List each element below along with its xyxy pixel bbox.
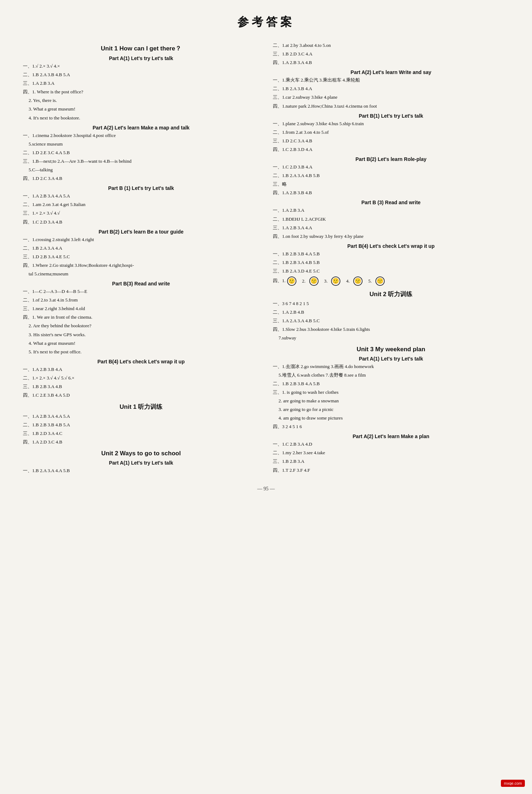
answer-line: 二、1.B 2.A 3.A 4.A [21, 244, 261, 252]
answer-line: 二、1.B 2.A 3.B 4.A [271, 85, 511, 93]
answer-line: 三、1.B—next;to 2.A—Are 3.B—want to 4.B—is… [21, 157, 261, 165]
part-title: Part B(2) Let's learn Be a tour guide [21, 229, 261, 235]
answer-line: 四、1.T 2.F 3.F 4.F [271, 466, 511, 474]
answer-line: 一、1.C 2.B 3.A 4.D [271, 440, 511, 448]
answer-line: 二、1.at 2.by 3.about 4.to 5.on [271, 41, 511, 49]
answer-line: 一、1.A 2.B 3.A 4.A 5.A [21, 412, 261, 420]
answer-line: 四、1.Slow 2.bus 3.bookstore 4.bike 5.trai… [271, 325, 511, 333]
answer-line: 四、1. Where is the post office? [21, 88, 261, 96]
part-title: Part A(1) Let's try Let's talk [271, 356, 511, 362]
part-title: Part B (3) Read and write [271, 200, 511, 205]
answer-line: 三、1.car 2.subway 3.bike 4.plane [271, 93, 511, 101]
answer-line: 三、1.B 2.B 3.A 4.B [21, 383, 261, 391]
answer-line: 二、1.B 2.A 3.B 4.B 5.A [21, 71, 261, 79]
answer-line: 二、1.B 2.B 3.A 4.B 5.B [271, 259, 511, 266]
answer-line: 四、1.Where 2.Go straight 3.How;Bookstore … [21, 261, 261, 269]
answer-line: 二、1.B 2.A 3.A 4.B 5.B [271, 172, 511, 180]
answer-line: 4. am going to draw some pictures [271, 414, 511, 422]
unit-title: Unit 3 My weekend plan [271, 346, 511, 353]
answer-line: 四、1. We are in front of the cinema. [21, 313, 261, 321]
emoji-face-2: 🙁 [309, 276, 319, 286]
answer-line: 四、1.nature park 2.How;China 3.taxi 4.cin… [271, 102, 511, 110]
page-number: — 95 — [21, 486, 511, 492]
answer-line: 三、1. is going to wash her clothes [271, 388, 511, 396]
answer-line: 四、1.A 2.B 3.A 4.B [271, 59, 511, 67]
answer-line: 三、1.B 2.D 3.C 4.A [271, 50, 511, 58]
answer-line: 三、1.B 2.A 3.D 4.E 5.C [271, 267, 511, 275]
answer-line: 5.堆雪人 6.wash clothes 7.去野餐 8.see a film [271, 371, 511, 379]
answer-line: 四、1.A 2.B 3.B 4.B [271, 189, 511, 197]
part-title: Part A(2) Let's learn Make a plan [271, 433, 511, 439]
answer-line: 2. Are they behind the bookstore? [21, 322, 261, 330]
answer-line: 三、1.B 2.D 3.A 4.C [21, 430, 261, 437]
answer-line: 一、1.A 2.B 3.A [271, 206, 511, 214]
answer-line: 二、1.from 2.at 3.on 4.to 5.of [271, 128, 511, 136]
answer-line: 二、1.of 2.to 3.at 4.in 5.from [21, 296, 261, 304]
answer-line: 二、1.BDEHJ L 2.ACFGIK [271, 215, 511, 223]
answer-line: 一、1.C 2.D 3.B 4.A [271, 163, 511, 171]
answer-line: 一、1.plane 2.subway 3.bike 4.bus 5.ship 6… [271, 120, 511, 128]
answer-line: 四、1.A 2.D 3.C 4.B [21, 438, 261, 446]
part-title: Part B(3) Read and write [21, 281, 261, 286]
answer-line: 2. are going to make a snowman [271, 397, 511, 405]
part-title: Part A(2) Let's learn Write and say [271, 69, 511, 75]
answer-line: 一、3 6 7 4 8 2 1 5 [271, 300, 511, 308]
answer-line: 5.C—talking [21, 166, 261, 174]
answer-line: 三、1.near 2.right 3.behind 4.old [21, 305, 261, 313]
answer-line: 三、1.D 2.C 3.A 4.B [271, 137, 511, 145]
unit-title: Unit 2 Ways to go to school [21, 450, 261, 457]
answer-line: 四、1.C 2.B 3.D 4.A [271, 146, 511, 153]
answer-line: 四、3 2 4 5 1 6 [271, 423, 511, 431]
answer-line: 二、1.A 2.B 4.B [271, 308, 511, 316]
answer-line: 一、1.乘火车 2.乘公汽 3.乘出租车 4.乘轮船 [271, 76, 511, 84]
answer-line: 一、1.B 2.A 3.A 4.A 5.B [21, 467, 261, 475]
part-title: Part B(1) Let's try Let's talk [271, 113, 511, 119]
answer-line: 4. What a great museum! [21, 339, 261, 347]
part-title: Part A(1) Let's try Let's talk [21, 55, 261, 61]
answer-line: 四、1.on foot 2.by subway 3.by ferry 4.by … [271, 232, 511, 240]
emoji-face-1: 🙂 [287, 276, 296, 286]
answer-line: 三、1.B 2.B 3.A [271, 457, 511, 465]
answer-line: 4. It's next to the bookstore. [21, 114, 261, 122]
answer-line: 一、1.A 2.B 3.B 4.A [21, 366, 261, 373]
answer-line: 二、1.× 2.× 3.√ 4.√ 5.√ 6.× [21, 374, 261, 382]
part-title: Part A(1) Let's try Let's talk [21, 460, 261, 466]
answer-line: 二、1.B 2.B 3.B 4.B 5.A [21, 421, 261, 429]
right-column: 二、1.at 2.by 3.about 4.to 5.on三、1.B 2.D 3… [271, 41, 511, 475]
answer-line: 3. What a great museum! [21, 105, 261, 113]
answer-line: 一、1.√ 2.× 3.√ 4.× [21, 62, 261, 70]
answer-line: 7.subway [271, 334, 511, 342]
answer-line: 三、1.D 2.B 3.A 4.E 5.C [21, 253, 261, 261]
answer-line: 3. His sister's new GPS works. [21, 331, 261, 339]
answer-line: 一、1.cinema 2.bookstore 3.hospital 4.post… [21, 132, 261, 139]
page-title: 参考答案 [21, 14, 511, 30]
answer-line: 二、1.am 2.on 3.at 4.get 5.Italian [21, 201, 261, 209]
answer-line: 2. Yes, there is. [21, 97, 261, 104]
answer-line: 二、1.B 2.B 3.B 4.A 5.B [271, 380, 511, 388]
answer-line: 二、1.my 2.her 3.see 4.take [271, 449, 511, 457]
answer-line: 四、1.C 2.D 3.A 4.B [21, 218, 261, 226]
answer-line: 二、1.D 2.E 3.C 4.A 5.B [21, 149, 261, 157]
emoji-face-3: 🙂 [331, 276, 340, 286]
emoji-face-5: 🙁 [375, 276, 385, 286]
answer-line: 5. It's next to the post office. [21, 348, 261, 356]
answer-line: 一、1.B 2.B 3.B 4.A 5.B [271, 250, 511, 258]
answer-line: 四、1.D 2.C 3.A 4.B [21, 175, 261, 182]
answer-line: 3. are going to go for a picnic [271, 406, 511, 413]
emoji-answer-row: 四、1.🙂2.🙁3.🙂4.🙁5.🙁 [271, 276, 511, 286]
answer-line: 一、1—C 2—A 3—D 4—B 5—E [21, 288, 261, 295]
answer-line: 三、1.A 2.B 3.A [21, 79, 261, 87]
answer-line: tal 5.cinema;museum [21, 270, 261, 278]
emoji-face-4: 🙁 [353, 276, 363, 286]
left-column: Unit 1 How can I get there？Part A(1) Let… [21, 41, 261, 475]
answer-line: 三、1.× 2.× 3.√ 4.√ [21, 209, 261, 217]
answer-line: 三、1.A 2.A 3.A 4.B 5.C [271, 317, 511, 325]
part-title: Part B(4) Let's check Let's wrap it up [271, 243, 511, 249]
answer-line: 一、1.A 2.B 3.A 4.A 5.A [21, 192, 261, 200]
part-title: Part B (1) Let's try Let's talk [21, 185, 261, 191]
part-title: Part B(4) Let's check Let's wrap it up [21, 359, 261, 364]
answer-line: 三、略 [271, 180, 511, 188]
unit-title: Unit 1 How can I get there？ [21, 44, 261, 53]
answer-line: 一、1.去溜冰 2.go swimming 3.画画 4.do homework [271, 363, 511, 371]
part-title: Part A(2) Let's learn Make a map and tal… [21, 125, 261, 131]
